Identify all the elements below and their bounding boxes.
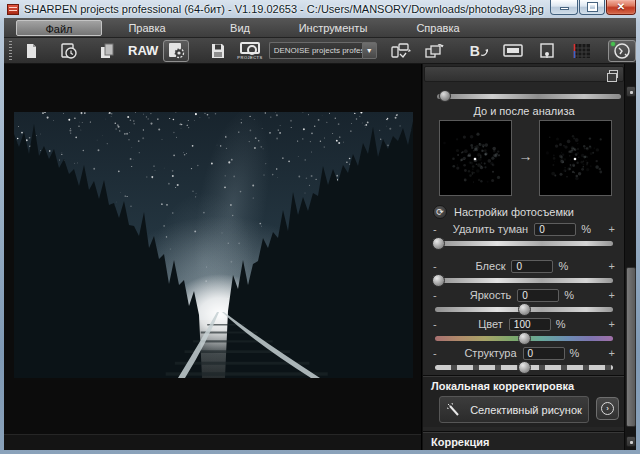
pin-view-button[interactable] [538, 40, 556, 62]
slider-thumb[interactable] [432, 237, 445, 250]
panel-scrollbar[interactable] [624, 64, 636, 450]
panel-header[interactable] [424, 66, 624, 82]
settings-page-icon [166, 41, 186, 60]
maximize-button[interactable] [579, 0, 605, 15]
slider-thumb[interactable] [518, 303, 531, 316]
slider-increase-button[interactable]: + [605, 260, 615, 272]
slider-unit-label: % [581, 223, 597, 235]
chevron-down-icon[interactable]: ▼ [362, 42, 377, 59]
slider-label: Структура [464, 347, 516, 359]
preset-dropdown[interactable]: DENOISE projects professional ▼ [269, 42, 377, 59]
maximize-icon [588, 3, 597, 11]
slider-track-area[interactable] [433, 331, 615, 346]
duplicate-button[interactable] [424, 40, 444, 62]
monitor-icon [502, 43, 524, 59]
slider-track-area[interactable] [433, 360, 615, 375]
slider-value-input[interactable]: 0 [511, 260, 553, 273]
scroll-up-button[interactable] [626, 86, 636, 97]
slider-label: Блеск [476, 260, 506, 272]
new-file-button[interactable] [22, 40, 40, 62]
slider-increase-button[interactable]: + [605, 347, 615, 359]
slider-list: - Удалить туман 0 % + - Блеск 0 % + - Яр… [423, 222, 625, 375]
analysis-after-thumbnail[interactable] [539, 120, 612, 196]
slider-value-input[interactable]: 100 [509, 318, 551, 331]
fullscreen-button[interactable] [502, 40, 524, 62]
titlebar[interactable]: SHARPEN projects professional (64-бит) -… [0, 0, 640, 18]
close-button[interactable]: ✕ [606, 0, 636, 15]
toolbar: RAW PROJECTS DENOISE projects profession… [4, 38, 636, 64]
slider-decrease-button[interactable]: - [433, 289, 445, 301]
preview-zoom-slider[interactable] [437, 90, 621, 102]
selective-cycle-button[interactable]: › [596, 397, 619, 420]
slider-unit-label: % [558, 260, 574, 272]
save-icon [209, 42, 227, 60]
save-button[interactable] [209, 40, 227, 62]
slider-track-area[interactable] [433, 273, 615, 288]
menu-help[interactable]: Справка [408, 20, 468, 36]
slider-track[interactable] [435, 241, 613, 246]
slider-decrease-button[interactable]: - [433, 260, 445, 272]
projects-button[interactable]: PROJECTS [237, 40, 262, 62]
menu-view[interactable]: Вид [220, 20, 260, 36]
raw-mode-button[interactable]: RAW [128, 40, 158, 62]
pin-view-icon [538, 42, 556, 60]
slider-track-area[interactable] [433, 302, 615, 317]
scrollbar-thumb[interactable] [626, 267, 636, 427]
slider-value-input[interactable]: 0 [517, 289, 559, 302]
refresh-icon[interactable]: ⟳ [433, 205, 447, 219]
toolbar-grip[interactable] [9, 41, 12, 60]
slider-unit-label: % [564, 289, 580, 301]
slider-value-input[interactable]: 0 [523, 347, 565, 360]
export-device-button[interactable] [390, 40, 412, 62]
correction-title: Коррекция [423, 432, 625, 450]
compare-button[interactable] [608, 40, 636, 62]
preview-zoom-thumb[interactable] [439, 90, 451, 102]
history-button[interactable] [60, 40, 78, 62]
histogram-button[interactable] [570, 40, 592, 62]
local-correction-section: Локальная корректировка Селективный рису… [423, 375, 625, 427]
minimize-button[interactable] [550, 0, 578, 15]
raw-label: RAW [128, 43, 158, 58]
slider-group: - Яркость 0 % + [423, 288, 625, 317]
selective-drawing-label: Селективный рисунок [470, 404, 582, 416]
slider-track-area[interactable] [433, 236, 615, 251]
minimize-icon [560, 7, 569, 10]
selective-drawing-button[interactable]: Селективный рисунок [439, 396, 589, 423]
correction-section: Коррекция [423, 431, 625, 450]
menubar: Файл Правка Вид Инструменты Справка [4, 18, 636, 38]
slider-decrease-button[interactable]: - [433, 318, 445, 330]
photo-preview[interactable] [14, 112, 413, 378]
slider-thumb[interactable] [518, 332, 531, 345]
projects-logo-icon: PROJECTS [237, 42, 262, 60]
undock-panel-icon[interactable] [609, 70, 618, 78]
slider-decrease-button[interactable]: - [433, 347, 445, 359]
fft-before-image [440, 121, 511, 195]
app-window: SHARPEN projects professional (64-бит) -… [0, 0, 640, 454]
slider-track[interactable] [435, 278, 613, 283]
slider-increase-button[interactable]: + [605, 289, 615, 301]
slider-thumb[interactable] [432, 274, 445, 287]
slider-increase-button[interactable]: + [605, 318, 615, 330]
batch-button[interactable]: B [470, 40, 490, 62]
menu-file[interactable]: Файл [16, 20, 102, 36]
slider-value-input[interactable]: 0 [534, 223, 576, 236]
analysis-before-thumbnail[interactable] [439, 120, 512, 196]
copy-icon [98, 42, 116, 60]
preset-dropdown-value[interactable]: DENOISE projects professional [269, 42, 362, 59]
menu-edit[interactable]: Правка [116, 20, 178, 36]
window-controls: ✕ [549, 0, 636, 15]
scroll-down-button[interactable] [626, 436, 636, 447]
batch-arrow-icon [480, 44, 490, 58]
slider-increase-button[interactable]: + [605, 223, 615, 235]
copy-button[interactable] [98, 40, 116, 62]
slider-thumb[interactable] [518, 361, 531, 374]
preview-zoom-track[interactable] [437, 94, 621, 99]
slider-unit-label: % [556, 318, 572, 330]
projects-label: PROJECTS [237, 55, 262, 60]
arrow-right-icon: → [512, 148, 539, 164]
local-correction-title: Локальная корректировка [423, 376, 625, 394]
settings-mode-button[interactable] [163, 40, 189, 62]
slider-decrease-button[interactable]: - [433, 223, 445, 235]
slider-group: - Удалить туман 0 % + [423, 222, 625, 251]
menu-tools[interactable]: Инструменты [292, 20, 374, 36]
